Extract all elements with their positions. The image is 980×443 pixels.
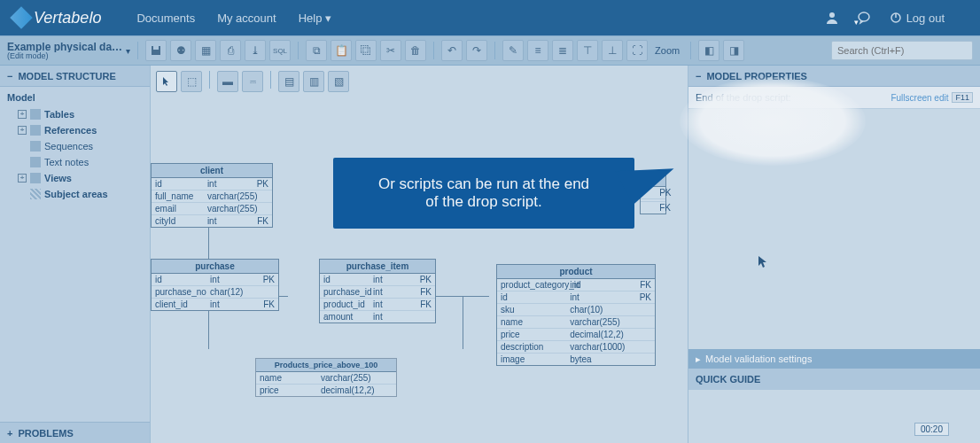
entity-product[interactable]: product product_category_idintFKidintPKs… — [496, 264, 656, 366]
model-structure-header[interactable]: − MODEL STRUCTURE — [0, 66, 150, 87]
redo-button[interactable]: ↷ — [466, 40, 487, 61]
share-button[interactable]: ⚉ — [170, 40, 191, 61]
undo-button[interactable]: ↶ — [441, 40, 463, 61]
tutorial-highlight-icon — [680, 77, 866, 166]
entity-purchase[interactable]: purchase idintPKpurchase_nochar(12)clien… — [151, 259, 279, 311]
collapse-icon[interactable]: − — [696, 71, 701, 82]
entity-column-row: descriptionvarchar(1000) — [497, 341, 655, 354]
add-note-tool[interactable]: ▥ — [303, 71, 324, 92]
svg-point-0 — [829, 12, 835, 18]
entity-column-row: emailvarchar(255) — [152, 203, 272, 215]
problems-header[interactable]: + PROBLEMS — [0, 422, 150, 443]
callout-text-1: Or scripts can be run at the end — [360, 175, 608, 193]
canvas-toolbar: ⬚ ▬ ⎓ ▤ ▥ ▧ — [156, 71, 349, 92]
diagram-canvas[interactable]: ⬚ ▬ ⎓ ▤ ▥ ▧ client idintPKfull_namevarch… — [151, 66, 688, 443]
cut-button[interactable]: ✂ — [380, 40, 401, 61]
entity-purchase-item[interactable]: purchase_item idintPKpurchase_idintFKpro… — [319, 259, 436, 323]
search-input[interactable] — [831, 41, 973, 60]
save-button[interactable] — [145, 40, 167, 61]
add-view-tool[interactable]: ▤ — [278, 71, 299, 92]
add-table-tool[interactable]: ▬ — [217, 71, 238, 92]
entity-column-row: full_namevarchar(255) — [152, 190, 272, 203]
align-left-button[interactable]: ≡ — [527, 40, 548, 61]
pointer-tool[interactable] — [156, 71, 177, 92]
quick-guide-header[interactable]: QUICK GUIDE — [688, 369, 980, 390]
tree-item-textnotes[interactable]: Text notes — [7, 154, 143, 170]
fullscreen-edit-link[interactable]: Fullscreen edit — [891, 93, 948, 103]
nav-my-account[interactable]: My account — [217, 12, 276, 25]
entity-column-row: purchase_idintFK — [320, 286, 435, 299]
entity-title: client — [152, 164, 272, 178]
add-area-tool[interactable]: ▧ — [328, 71, 349, 92]
left-panel: − MODEL STRUCTURE Model +Tables +Referen… — [0, 66, 151, 443]
entity-column-row: purchase_nochar(12) — [152, 286, 278, 299]
tree-item-sequences[interactable]: Sequences — [7, 138, 143, 154]
marquee-tool[interactable]: ⬚ — [181, 71, 202, 92]
chevron-right-icon: ▸ — [696, 354, 701, 365]
layout-right-button[interactable]: ◨ — [723, 40, 744, 61]
tutorial-callout: Or scripts can be run at the end of the … — [333, 158, 634, 229]
collapse-icon[interactable]: − — [7, 71, 12, 82]
document-name[interactable]: Example physical da… — [7, 42, 122, 52]
print-button[interactable]: ⎙ — [220, 40, 241, 61]
tree-item-views[interactable]: +Views — [7, 170, 143, 186]
relation-line — [463, 296, 463, 349]
tree-item-references[interactable]: +References — [7, 122, 143, 138]
entity-column-row: idintPK — [152, 274, 278, 286]
entity-column-row: product_category_idintFK — [497, 279, 655, 291]
table-icon — [30, 109, 41, 120]
export-button[interactable]: ⤓ — [245, 40, 266, 61]
model-validation-header[interactable]: ▸ Model validation settings — [688, 349, 980, 369]
area-icon — [30, 189, 41, 199]
align-top-button[interactable]: ⊤ — [577, 40, 598, 61]
caret-down-icon: ▾ — [325, 12, 331, 25]
zoom-label: Zoom — [655, 45, 680, 56]
entity-title: product — [497, 265, 655, 279]
callout-text-2: of the drop script. — [360, 193, 608, 211]
add-reference-tool[interactable]: ⎓ — [242, 71, 263, 92]
layout-left-button[interactable]: ◧ — [698, 40, 719, 61]
tree-root-model[interactable]: Model — [7, 92, 143, 103]
chat-icon[interactable]: ▾ — [857, 11, 871, 25]
image-button[interactable]: ▦ — [195, 40, 216, 61]
entity-column-row: idintPK — [152, 178, 272, 190]
duplicate-button[interactable]: ⿻ — [355, 40, 377, 61]
top-nav: Vertabelo Documents My account Help ▾ ▾ … — [0, 0, 980, 35]
nav-help[interactable]: Help ▾ — [299, 12, 331, 25]
align-bottom-button[interactable]: ⊥ — [602, 40, 623, 61]
user-icon[interactable] — [825, 11, 839, 25]
delete-button[interactable]: 🗑 — [405, 40, 426, 61]
entity-column-row: cityIdintFK — [152, 215, 272, 227]
entity-client[interactable]: client idintPKfull_namevarchar(255)email… — [151, 163, 273, 228]
entity-column-row: idintPK — [320, 274, 435, 286]
paste-button[interactable]: 📋 — [331, 40, 352, 61]
entity-view-products-price[interactable]: Products_price_above_100 namevarchar(255… — [255, 358, 397, 397]
entity-column-row: pricedecimal(12,2) — [256, 385, 396, 396]
doc-caret-icon[interactable]: ▾ — [126, 46, 130, 56]
expand-icon[interactable]: + — [7, 428, 12, 439]
tree-item-tables[interactable]: +Tables — [7, 106, 143, 122]
nav-documents[interactable]: Documents — [136, 12, 195, 25]
entity-title: Products_price_above_100 — [256, 359, 396, 372]
right-panel: − MODEL PROPERTIES End of the drop scrip… — [688, 66, 980, 443]
tree-item-subjectareas[interactable]: Subject areas — [7, 186, 143, 202]
reference-icon — [30, 125, 41, 136]
f11-key-badge: F11 — [952, 92, 973, 103]
power-icon — [889, 11, 903, 25]
main-area: − MODEL STRUCTURE Model +Tables +Referen… — [0, 66, 980, 443]
edit-mode-label: (Edit mode) — [7, 52, 122, 60]
logout-link[interactable]: Log out — [889, 11, 945, 25]
model-tree: Model +Tables +References Sequences Text… — [0, 87, 150, 207]
edit-button[interactable]: ✎ — [502, 40, 524, 61]
sql-button[interactable]: SQL — [269, 40, 291, 61]
note-icon — [30, 157, 41, 167]
brand-logo[interactable]: Vertabelo — [13, 9, 101, 27]
align-center-button[interactable]: ≣ — [552, 40, 573, 61]
svg-point-1 — [859, 12, 869, 21]
entity-title: purchase — [152, 260, 278, 274]
entity-column-row: pricedecimal(12,2) — [497, 329, 655, 341]
copy-button[interactable]: ⧉ — [306, 40, 327, 61]
fit-button[interactable]: ⛶ — [626, 40, 648, 61]
entity-column-row: FK — [641, 202, 665, 214]
entity-column-row: imagebytea — [497, 354, 655, 365]
